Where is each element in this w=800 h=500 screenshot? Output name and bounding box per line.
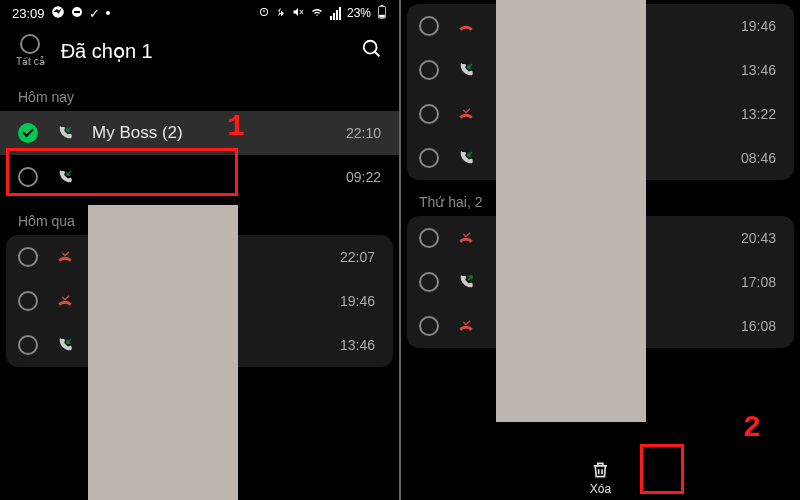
wifi-icon	[310, 6, 324, 21]
redaction-overlay	[496, 0, 646, 422]
battery-icon	[377, 5, 387, 22]
svg-rect-5	[379, 14, 385, 17]
highlight-box-2	[640, 444, 684, 494]
call-time: 13:46	[741, 62, 776, 78]
row-checkbox[interactable]	[419, 104, 439, 124]
highlight-box-1	[6, 148, 238, 196]
call-time: 19:46	[340, 293, 375, 309]
row-checkbox[interactable]	[419, 148, 439, 168]
missed-call-icon	[54, 293, 76, 309]
row-checkbox[interactable]	[419, 60, 439, 80]
call-time: 13:22	[741, 106, 776, 122]
status-bar: 23:09 ✓ 23	[0, 0, 399, 26]
mute-icon	[292, 6, 304, 21]
incoming-call-icon	[455, 150, 477, 166]
dnd-icon	[71, 6, 83, 21]
call-time: 16:08	[741, 318, 776, 334]
row-checkbox[interactable]	[419, 272, 439, 292]
incoming-call-icon	[54, 337, 76, 353]
row-checkbox[interactable]	[18, 123, 38, 143]
row-checkbox[interactable]	[18, 247, 38, 267]
signal-icon	[330, 7, 341, 20]
missed-call-icon	[54, 249, 76, 265]
alarm-icon	[258, 6, 270, 21]
search-button[interactable]	[361, 38, 383, 64]
row-checkbox[interactable]	[18, 335, 38, 355]
annotation-2: 2	[743, 411, 761, 445]
battery: 23%	[347, 6, 371, 20]
incoming-call-icon	[455, 62, 477, 78]
select-all-checkbox[interactable]	[20, 34, 40, 54]
call-time: 09:22	[346, 169, 381, 185]
select-all-button[interactable]: Tất cả	[16, 34, 45, 67]
row-checkbox[interactable]	[18, 291, 38, 311]
contact-name: My Boss (2)	[92, 123, 330, 143]
incoming-call-icon	[54, 125, 76, 141]
row-checkbox[interactable]	[419, 16, 439, 36]
svg-rect-4	[381, 5, 384, 6]
selection-header: Tất cả Đã chọn 1	[0, 26, 399, 75]
call-time: 13:46	[340, 337, 375, 353]
svg-rect-2	[74, 11, 80, 13]
row-checkbox[interactable]	[419, 316, 439, 336]
call-time: 19:46	[741, 18, 776, 34]
clock: 23:09	[12, 6, 45, 21]
missed-call-icon	[455, 230, 477, 246]
delete-button[interactable]: Xóa	[590, 460, 611, 496]
svg-point-6	[364, 40, 377, 53]
call-time: 17:08	[741, 274, 776, 290]
annotation-1: 1	[227, 110, 245, 144]
row-checkbox[interactable]	[419, 228, 439, 248]
svg-line-7	[375, 51, 380, 56]
missed-call-icon	[455, 106, 477, 122]
outgoing-call-icon	[455, 274, 477, 290]
messenger-icon	[51, 5, 65, 22]
call-time: 22:10	[346, 125, 381, 141]
tick-icon: ✓	[89, 6, 100, 21]
bt-icon	[276, 6, 286, 21]
missed-call-icon	[455, 18, 477, 34]
call-time: 08:46	[741, 150, 776, 166]
delete-label: Xóa	[590, 482, 611, 496]
selection-title: Đã chọn 1	[61, 39, 345, 63]
redaction-overlay	[88, 205, 238, 500]
call-time: 20:43	[741, 230, 776, 246]
call-time: 22:07	[340, 249, 375, 265]
missed-call-icon	[455, 318, 477, 334]
section-today: Hôm nay	[0, 75, 399, 111]
more-icon	[106, 11, 110, 15]
